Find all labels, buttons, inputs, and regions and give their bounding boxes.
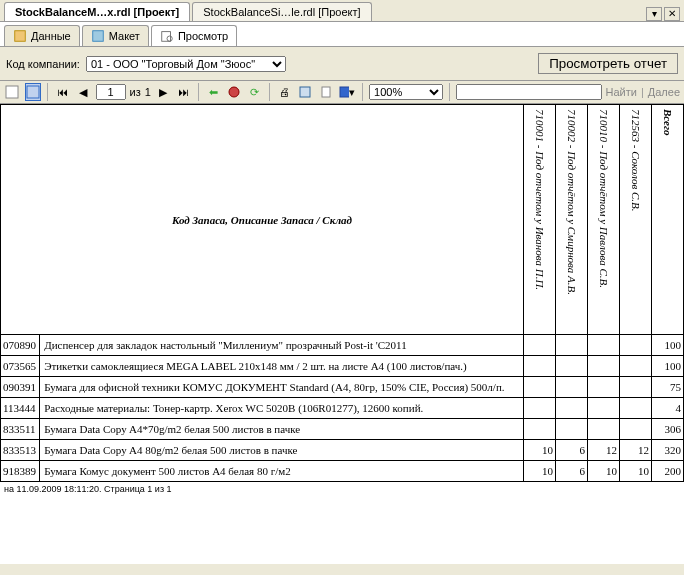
filter-row: Код компании: 01 - ООО "Торговый Дом "Зю… [0,47,684,81]
cell-desc: Этикетки самоклеящиеся MEGA LABEL 210х14… [40,356,524,377]
col-header-3: 712563 - Соколов С.В. [620,105,652,335]
find-next-button[interactable]: Далее [648,86,680,98]
find-button[interactable]: Найти [606,86,637,98]
cell-value [556,419,588,440]
cell-code: 113444 [1,398,40,419]
cell-value [588,356,620,377]
svg-rect-1 [93,31,104,42]
cell-desc: Диспенсер для закладок настольный "Милле… [40,335,524,356]
cell-code: 833513 [1,440,40,461]
cell-value [620,419,652,440]
cell-code: 090391 [1,377,40,398]
cell-code: 833511 [1,419,40,440]
tab-data[interactable]: Данные [4,25,80,46]
cell-desc: Бумага Data Copy A4 80g/m2 белая 500 лис… [40,440,524,461]
page-total: 1 [145,86,151,98]
cell-value [588,398,620,419]
zoom-select[interactable]: 100% [369,84,443,100]
zoom-mode-icon[interactable] [25,83,42,101]
refresh-icon[interactable]: ⟳ [247,83,264,101]
back-icon[interactable]: ⬅ [205,83,222,101]
cell-value [524,419,556,440]
col-header-1: 710002 - Под отчётом у Смирнова А.В. [556,105,588,335]
svg-rect-0 [15,31,26,42]
col-header-total: Всего [652,105,684,335]
inner-tabs: Данные Макет Просмотр [0,22,684,47]
cell-value: 10 [524,440,556,461]
col-header-2: 710010 - Под отчётом у Павлова С.В. [588,105,620,335]
cell-code: 070890 [1,335,40,356]
cell-value: 6 [556,461,588,482]
cell-value [620,377,652,398]
cell-desc: Бумага Комус документ 500 листов А4 бела… [40,461,524,482]
table-row: 090391Бумага для офисной техники КОМУС Д… [1,377,684,398]
data-icon [13,29,27,43]
layout-icon [91,29,105,43]
tab-preview[interactable]: Просмотр [151,25,237,46]
print-layout-icon[interactable] [297,83,314,101]
file-tab-1[interactable]: StockBalanceM…x.rdl [Проект] [4,2,190,21]
report-footer: на 11.09.2009 18:11:20. Страница 1 из 1 [0,482,684,496]
doc-map-icon[interactable] [4,83,21,101]
find-input[interactable] [456,84,602,100]
cell-value [620,398,652,419]
svg-rect-7 [300,87,310,97]
cell-value [524,398,556,419]
cell-value [588,377,620,398]
col-header-0: 710001 - Под отчетом у Иванова П.П. [524,105,556,335]
cell-value [556,335,588,356]
cell-value [556,398,588,419]
cell-value [556,356,588,377]
cell-value [524,335,556,356]
page-of-label: из [130,86,141,98]
cell-value: 6 [556,440,588,461]
cell-desc: Бумага Data Copy A4*70g/m2 белая 500 лис… [40,419,524,440]
prev-page-icon[interactable]: ◀ [75,83,92,101]
cell-code: 073565 [1,356,40,377]
file-tabs: StockBalanceM…x.rdl [Проект] StockBalanc… [0,0,684,22]
table-row: 070890Диспенсер для закладок настольный … [1,335,684,356]
cell-total: 306 [652,419,684,440]
report-table: Код Запаса, Описание Запаса / Склад 7100… [0,104,684,482]
report-toolbar: ⏮ ◀ из 1 ▶ ⏭ ⬅ ⟳ 🖨 ▾ 100% Найти | Далее [0,81,684,104]
cell-value: 10 [588,461,620,482]
file-tab-2[interactable]: StockBalanceSi…le.rdl [Проект] [192,2,371,21]
first-page-icon[interactable]: ⏮ [54,83,71,101]
table-row: 918389Бумага Комус документ 500 листов А… [1,461,684,482]
cell-value: 12 [588,440,620,461]
cell-value [524,377,556,398]
cell-value [556,377,588,398]
page-input[interactable] [96,84,126,100]
svg-rect-4 [6,86,18,98]
cell-code: 918389 [1,461,40,482]
cell-desc: Расходные материалы: Тонер-картр. Xerox … [40,398,524,419]
cell-total: 75 [652,377,684,398]
view-report-button[interactable]: Просмотреть отчет [538,53,678,74]
cell-total: 4 [652,398,684,419]
preview-icon [160,29,174,43]
close-icon[interactable]: ✕ [664,7,680,21]
table-row: 833513Бумага Data Copy A4 80g/m2 белая 5… [1,440,684,461]
cell-value [620,335,652,356]
cell-total: 100 [652,335,684,356]
cell-value: 12 [620,440,652,461]
page-setup-icon[interactable] [317,83,334,101]
cell-value [620,356,652,377]
cell-value: 10 [524,461,556,482]
window-menu-icon[interactable]: ▾ [646,7,662,21]
last-page-icon[interactable]: ⏭ [176,83,193,101]
stop-icon[interactable] [226,83,243,101]
cell-value [588,419,620,440]
company-select[interactable]: 01 - ООО "Торговый Дом "Зюос" [86,56,286,72]
cell-value [524,356,556,377]
svg-rect-9 [340,87,349,97]
export-icon[interactable]: ▾ [338,83,356,101]
svg-rect-8 [322,87,330,97]
report-viewer[interactable]: Код Запаса, Описание Запаса / Склад 7100… [0,104,684,564]
cell-total: 320 [652,440,684,461]
tab-layout[interactable]: Макет [82,25,149,46]
print-icon[interactable]: 🖨 [276,83,293,101]
table-row: 073565Этикетки самоклеящиеся MEGA LABEL … [1,356,684,377]
next-page-icon[interactable]: ▶ [155,83,172,101]
svg-point-6 [229,87,239,97]
